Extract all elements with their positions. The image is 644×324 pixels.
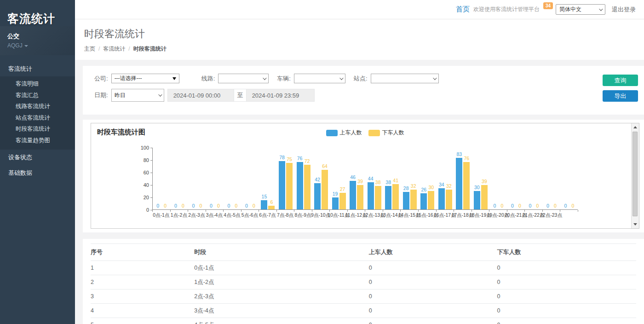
bar-下车人数[interactable]: 41: [392, 184, 399, 209]
bar-group-20点-21点: 00: [507, 148, 525, 209]
legend-label: 上车人数: [340, 129, 362, 137]
bar-value-label: 0: [554, 203, 557, 208]
sidebar-item-客流量趋势图[interactable]: 客流量趋势图: [0, 135, 75, 146]
bar-value-label: 28: [403, 185, 409, 191]
bar-下车人数[interactable]: 27: [339, 193, 346, 209]
sidebar-item-线路客流统计[interactable]: 线路客流统计: [0, 101, 75, 112]
date-from-input[interactable]: 2024-01-09 00:00: [167, 89, 234, 102]
bar-value-label: 78: [279, 155, 285, 160]
brand: 客流统计: [0, 0, 75, 26]
triangle-up-icon: [633, 126, 637, 128]
bar-下车人数[interactable]: 32: [410, 190, 417, 209]
bar-group-4点-5点: 00: [224, 148, 242, 209]
bar-value-label: 38: [385, 179, 391, 185]
legend-item-下车人数[interactable]: 下车人数: [368, 129, 404, 137]
bar-value-label: 0: [500, 203, 503, 208]
bar-上车人数[interactable]: 38: [385, 186, 391, 209]
bar-下车人数[interactable]: 6: [268, 206, 275, 209]
y-axis-tick-label: 60: [134, 170, 149, 175]
bar-下车人数[interactable]: 39: [357, 185, 363, 209]
profile-name: 公交: [7, 32, 68, 40]
table-row: 10点-1点00: [91, 261, 636, 275]
scroll-up-arrow[interactable]: [632, 123, 639, 131]
notification-badge[interactable]: 34: [543, 2, 553, 9]
language-select[interactable]: 简体中文: [556, 4, 605, 15]
scroll-down-arrow[interactable]: [632, 220, 639, 228]
breadcrumb-item[interactable]: 主页: [84, 46, 95, 52]
company-select[interactable]: ---请选择---: [111, 74, 179, 83]
bar-下车人数[interactable]: 72: [304, 165, 310, 209]
bar-下车人数[interactable]: 75: [286, 163, 293, 209]
bar-上车人数[interactable]: 15: [261, 200, 267, 209]
bar-下车人数[interactable]: 39: [481, 185, 488, 209]
bar-上车人数[interactable]: 28: [403, 192, 409, 209]
breadcrumb-item[interactable]: 客流统计: [103, 46, 125, 52]
date-to-input[interactable]: 2024-01-09 23:59: [246, 89, 315, 102]
bar-下车人数[interactable]: 30: [428, 191, 434, 210]
sidebar-item-设备状态[interactable]: 设备状态: [0, 150, 75, 165]
sidebar-submenu: 客流明细客流汇总线路客流统计站点客流统计时段客流统计客流量趋势图: [0, 76, 75, 150]
vehicle-select[interactable]: [294, 74, 345, 83]
x-axis-label: 5点-6点: [241, 212, 259, 219]
station-select[interactable]: [371, 74, 439, 83]
bar-value-label: 41: [393, 178, 398, 183]
bar-下车人数[interactable]: 64: [322, 170, 328, 209]
bar-下车人数[interactable]: 38: [375, 186, 381, 209]
caret-down-icon: [24, 45, 28, 47]
bar-value-label: 83: [456, 151, 462, 157]
profile-dropdown[interactable]: AQGJ: [7, 42, 68, 49]
table-cell: 0: [369, 318, 497, 324]
chart-area: 时段车流统计图 上车人数下车人数 00000000000015678757672…: [91, 123, 639, 229]
bar-上车人数[interactable]: 34: [438, 188, 445, 209]
scrollbar-thumb[interactable]: [632, 132, 638, 216]
sidebar-item-客流汇总[interactable]: 客流汇总: [0, 90, 75, 101]
chart-bars: 0000000000001567875767242641927463944383…: [153, 148, 578, 209]
bar-value-label: 32: [411, 183, 416, 189]
query-button[interactable]: 查询: [603, 75, 638, 86]
x-axis-label: 2点-3点: [188, 212, 206, 219]
y-axis-tick-label: 20: [134, 195, 149, 200]
bar-上车人数[interactable]: 26: [420, 193, 427, 209]
table-cell: 0点-1点: [194, 261, 369, 275]
filter-panel: 公司: ---请选择--- 线路: 车辆: 站点: 日期: 昨日 2024-01…: [83, 66, 644, 115]
breadcrumb: 主页/客流统计/时段客流统计: [84, 45, 635, 53]
bar-value-label: 38: [375, 179, 381, 185]
bar-上车人数[interactable]: 30: [474, 191, 480, 210]
table-cell: 2点-3点: [194, 289, 369, 304]
export-button[interactable]: 导出: [603, 90, 638, 102]
line-select[interactable]: [218, 74, 269, 83]
bar-group-17点-18点: 8376: [454, 148, 472, 209]
logout-link[interactable]: 退出登录: [612, 6, 636, 14]
bar-上车人数[interactable]: 76: [297, 162, 303, 209]
bar-value-label: 0: [210, 203, 213, 208]
home-link[interactable]: 首页: [456, 5, 470, 14]
app-logo: 客流统计: [7, 11, 68, 26]
bar-上车人数[interactable]: 83: [456, 158, 462, 209]
sidebar-item-站点客流统计[interactable]: 站点客流统计: [0, 112, 75, 124]
y-axis-tick-mark: [150, 210, 152, 210]
bar-下车人数[interactable]: 76: [463, 162, 470, 209]
sidebar-item-基础数据[interactable]: 基础数据: [0, 165, 75, 181]
sidebar-item-时段客流统计[interactable]: 时段客流统计: [0, 123, 75, 135]
legend-item-上车人数[interactable]: 上车人数: [326, 129, 362, 137]
bar-value-label: 0: [235, 203, 237, 208]
chart-legend: 上车人数下车人数: [326, 129, 404, 137]
bar-上车人数[interactable]: 46: [350, 181, 356, 209]
bar-value-label: 26: [421, 187, 426, 192]
sidebar-item-客流统计[interactable]: 客流统计: [0, 62, 75, 76]
table-row: 54点-5点00: [91, 318, 636, 324]
bar-上车人数[interactable]: 78: [279, 161, 285, 209]
sidebar-item-客流明细[interactable]: 客流明细: [0, 78, 75, 90]
bar-value-label: 0: [536, 203, 539, 208]
chart-x-labels: 0点-1点1点-2点2点-3点3点-4点4点-5点5点-6点6点-7点7点-8点…: [152, 212, 578, 219]
x-axis-label: 15点-16点: [418, 212, 436, 219]
table-body: 10点-1点0021点-2点0032点-3点0043点-4点0054点-5点00…: [91, 261, 636, 324]
bar-上车人数[interactable]: 42: [314, 183, 321, 209]
bar-value-label: 30: [474, 185, 480, 190]
bar-下车人数[interactable]: 32: [446, 190, 452, 209]
bar-value-label: 0: [245, 203, 248, 208]
date-preset-select[interactable]: 昨日: [111, 89, 164, 102]
bar-上车人数[interactable]: 44: [368, 182, 374, 209]
table-header-cell: 时段: [194, 244, 369, 261]
bar-上车人数[interactable]: 19: [332, 197, 339, 209]
